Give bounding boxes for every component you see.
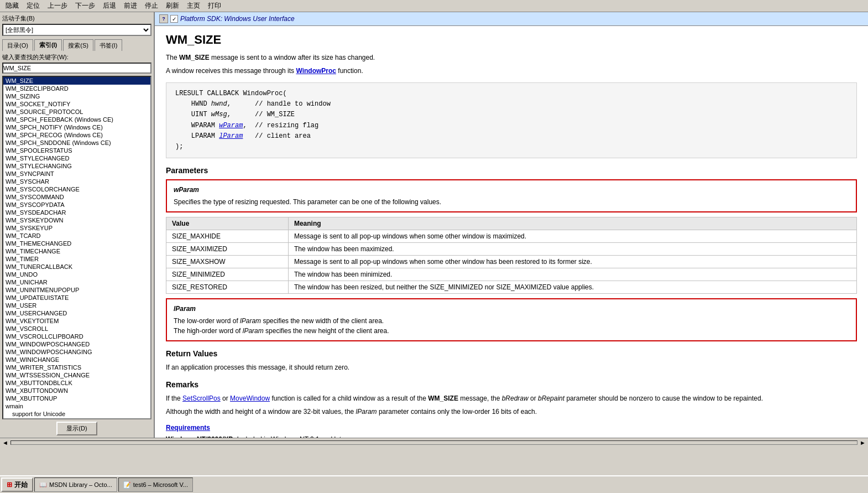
list-item[interactable]: WM_XBUTTONUP — [3, 395, 150, 402]
list-item[interactable]: WM_SPCH_FEEDBACK (Windows CE) — [3, 116, 150, 123]
wparam-code-link[interactable]: wParam — [219, 122, 243, 129]
list-item[interactable]: WM_SOURCE_PROTOCOL — [3, 108, 150, 116]
list-item[interactable]: WM_VKEYTOITEM — [3, 317, 150, 325]
checkbox-icon[interactable]: ✓ — [170, 15, 178, 23]
parameters-heading: Parameters — [166, 166, 857, 175]
wparam-description: Specifies the type of resizing requested… — [174, 198, 441, 206]
list-item[interactable]: WM_WRITER_STATISTICS — [3, 364, 150, 371]
menu-bar: 隐藏 定位 上一步 下一步 后退 前进 停止 刷新 主页 打印 — [0, 0, 868, 12]
list-item[interactable]: WM_WTSSESSION_CHANGE — [3, 371, 150, 379]
list-item[interactable]: WM_STYLECHANGED — [3, 154, 150, 162]
code-block: LRESULT CALLBACK WindowProc( HWND hwnd, … — [166, 82, 857, 158]
list-item[interactable]: WM_SYSCOPYDATA — [3, 201, 150, 209]
list-item[interactable]: WM_TCARD — [3, 232, 150, 240]
requirements-link[interactable]: Requirements — [166, 424, 210, 432]
taskbar-test6-label: test6 – Microsoft V... — [133, 481, 188, 488]
search-input[interactable] — [2, 63, 151, 74]
list-item[interactable]: WM_TIMECHANGE — [3, 247, 150, 255]
menu-forward[interactable]: 前进 — [121, 0, 140, 12]
list-item[interactable]: WM_UNINITMENUPOPUP — [3, 286, 150, 294]
menu-next[interactable]: 下一步 — [72, 0, 98, 12]
table-cell-value: SIZE_MAXHIDE — [166, 230, 289, 243]
menu-print[interactable]: 打印 — [205, 0, 224, 12]
menu-prev[interactable]: 上一步 — [44, 0, 71, 12]
table-cell-meaning: The window has been maximized. — [288, 243, 856, 256]
list-item[interactable]: WM_USERCHANGED — [3, 309, 150, 317]
menu-home[interactable]: 主页 — [184, 0, 203, 12]
menu-hide[interactable]: 隐藏 — [2, 0, 22, 12]
list-item[interactable]: WM_SYSCOMMAND — [3, 193, 150, 201]
list-item[interactable]: WM_WINDOWPOSCHANGING — [3, 348, 150, 356]
list-item[interactable]: WM_SIZING — [3, 92, 150, 100]
start-label: 开始 — [14, 480, 28, 490]
list-item[interactable]: WM_VSCROLLCLIPBOARD — [3, 333, 150, 340]
list-item[interactable]: WM_USER — [3, 302, 150, 309]
taskbar-item-test6[interactable]: 📝 test6 – Microsoft V... — [118, 478, 193, 492]
list-item[interactable]: WM_SYSKEYUP — [3, 224, 150, 232]
list-item[interactable]: WM_WINDOWPOSCHANGED — [3, 340, 150, 348]
list-item[interactable]: WM_SPCH_RECOG (Windows CE) — [3, 131, 150, 139]
menu-refresh[interactable]: 刷新 — [163, 0, 182, 12]
setscrollpos-link1[interactable]: SetScrollPos — [182, 395, 221, 402]
menu-back[interactable]: 后退 — [100, 0, 119, 12]
taskbar-item-msdn[interactable]: 📖 MSDN Library – Octo... — [34, 478, 117, 492]
list-item[interactable]: WM_WINICHANGE — [3, 356, 150, 364]
list-item[interactable]: WM_SOCKET_NOTIFY — [3, 100, 150, 108]
table-cell-value: SIZE_RESTORED — [166, 281, 289, 294]
tab-search[interactable]: 搜索(S) — [63, 39, 93, 51]
list-item[interactable]: WM_XBUTTONDOWN — [3, 387, 150, 395]
lparam-box: lParam The low-order word of lParam spec… — [166, 298, 857, 341]
list-item[interactable]: WM_SYNCPAINT — [3, 170, 150, 178]
list-item[interactable]: WM_VSCROLL — [3, 325, 150, 333]
list-item[interactable]: WM_UNICHAR — [3, 278, 150, 286]
table-row: SIZE_MAXIMIZEDThe window has been maximi… — [166, 243, 857, 256]
tab-row: 目录(O) 索引(I) 搜索(S) 书签(I) — [2, 39, 151, 51]
lparam-code-link[interactable]: lParam — [219, 132, 243, 140]
list-item[interactable]: WM_SPCH_NOTIFY (Windows CE) — [3, 123, 150, 131]
table-cell-value: SIZE_MAXIMIZED — [166, 243, 289, 256]
list-item[interactable]: WM_SIZE — [3, 77, 150, 85]
display-button[interactable]: 显示(D) — [56, 422, 97, 435]
active-subset-label: 活动子集(B) — [2, 14, 151, 23]
menu-locate[interactable]: 定位 — [23, 0, 43, 12]
list-item[interactable]: WM_SPOOLERSTATUS — [3, 147, 150, 154]
table-header-value: Value — [166, 217, 289, 230]
list-item[interactable]: WM_THEMECHANGED — [3, 240, 150, 247]
movewindow-link1[interactable]: MoveWindow — [230, 395, 270, 402]
list-item[interactable]: WM_SYSDEADCHAR — [3, 209, 150, 216]
list-item[interactable]: WM_TUNERCALLBACK — [3, 263, 150, 271]
list-item[interactable]: WM_SPCH_SNDDONE (Windows CE) — [3, 139, 150, 147]
scroll-arrow-right[interactable]: ► — [857, 439, 868, 446]
return-values-heading: Return Values — [166, 349, 857, 358]
platform-icon[interactable]: ? — [159, 14, 168, 23]
menu-stop[interactable]: 停止 — [142, 0, 161, 12]
windowproc-link[interactable]: WindowProc — [296, 67, 336, 75]
scroll-arrow-left[interactable]: ◄ — [0, 439, 11, 446]
page-title: WM_SIZE — [166, 33, 857, 47]
list-container[interactable]: WM_SIZEWM_SIZECLIPBOARDWM_SIZINGWM_SOCKE… — [2, 76, 151, 419]
tab-index[interactable]: 索引(I) — [34, 39, 62, 51]
subset-dropdown[interactable]: [全部黑令] — [2, 24, 151, 36]
tab-contents[interactable]: 目录(O) — [2, 39, 33, 51]
list-item[interactable]: support for Unicode — [3, 410, 150, 418]
wparam-box: wParam Specifies the type of resizing re… — [166, 179, 857, 212]
bottom-scrollbar[interactable]: ◄ ► — [0, 438, 868, 447]
taskbar-msdn-label: MSDN Library – Octo... — [49, 481, 112, 488]
list-item[interactable]: WM_SYSCHAR — [3, 178, 150, 185]
table-header-meaning: Meaning — [288, 217, 856, 230]
list-item[interactable]: WM_STYLECHANGING — [3, 162, 150, 170]
start-icon: ⊞ — [7, 481, 12, 489]
list-item[interactable]: WM_SYSCOLORCHANGE — [3, 185, 150, 193]
list-item[interactable]: WM_SYSKEYDOWN — [3, 216, 150, 224]
list-item[interactable]: WM_SIZECLIPBOARD — [3, 85, 150, 92]
table-cell-meaning: Message is sent to all pop-up windows wh… — [288, 256, 856, 268]
start-button[interactable]: ⊞ 开始 — [1, 478, 33, 492]
tab-bookmark[interactable]: 书签(I) — [95, 39, 122, 51]
list-item[interactable]: wmain — [3, 402, 150, 410]
list-item[interactable]: WM_TIMER — [3, 255, 150, 263]
list-item[interactable]: WM_XBUTTONDBLCLK — [3, 379, 150, 387]
taskbar: ⊞ 开始 📖 MSDN Library – Octo... 📝 test6 – … — [0, 475, 868, 493]
list-item[interactable]: wmain versus main — [3, 418, 150, 419]
list-item[interactable]: WM_UPDATEUISTATE — [3, 294, 150, 302]
list-item[interactable]: WM_UNDO — [3, 271, 150, 278]
